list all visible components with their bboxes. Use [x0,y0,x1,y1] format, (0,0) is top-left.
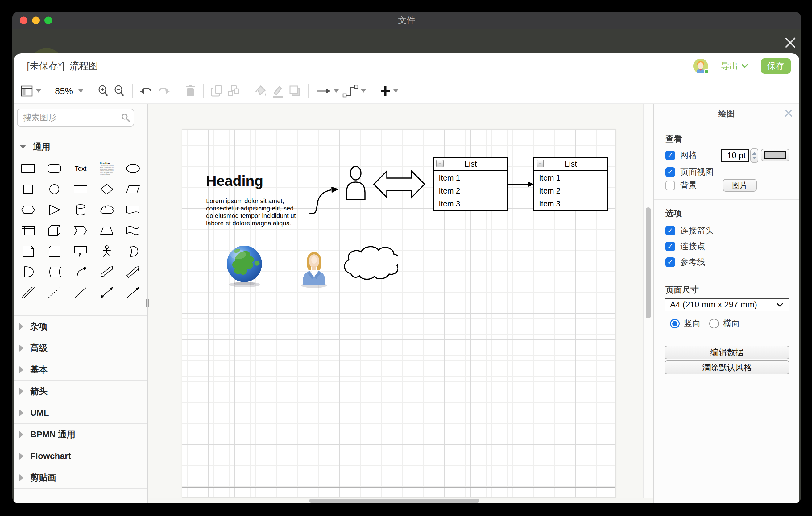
canvas-heading-text[interactable]: Heading [206,172,263,189]
shape-parallelogram[interactable] [120,179,146,199]
to-back-button[interactable] [225,82,242,100]
shape-triangle[interactable] [41,199,67,220]
shape-link[interactable] [15,282,41,303]
page-size-select[interactable]: A4 (210 mm x 297 mm) [665,298,789,311]
shape-note[interactable] [15,241,41,262]
shape-data-storage[interactable] [41,262,67,282]
shape-text[interactable]: Text [67,158,94,179]
sidebar-resize-handle[interactable] [145,296,150,310]
panel-close-icon[interactable] [785,109,792,119]
grid-size-stepper[interactable] [750,148,758,163]
waypoint-style-button[interactable] [341,82,368,100]
sidebar-section-bpmn[interactable]: BPMN 通用 [14,423,147,445]
sidebar-section-clipart[interactable]: 剪贴画 [14,467,147,488]
line-color-button[interactable] [269,82,287,100]
to-front-button[interactable] [208,82,225,100]
shadow-button[interactable] [287,82,303,100]
sidebar-section-flowchart[interactable]: Flowchart [14,445,147,467]
shape-search-input[interactable] [17,109,134,126]
shape-diamond[interactable] [93,179,120,199]
background-checkbox[interactable] [665,181,675,191]
shape-line[interactable] [67,282,94,303]
list-item[interactable]: Item 3 [434,197,507,210]
zoom-in-button[interactable] [95,82,111,100]
redo-button[interactable] [155,82,172,100]
shape-process[interactable] [67,179,94,199]
shape-cylinder[interactable] [67,199,94,220]
page-layout-button[interactable] [19,82,43,100]
canvas-cloud-shape[interactable] [339,242,398,283]
sidebar-section-advanced[interactable]: 高级 [14,337,147,359]
shape-trapezoid[interactable] [93,220,120,241]
grid-size-input[interactable] [721,149,749,162]
list-item[interactable]: Item 2 [434,184,507,197]
maximize-traffic-icon[interactable] [45,17,52,24]
export-button[interactable]: 导出 [721,60,748,72]
connection-style-button[interactable] [314,82,341,100]
shape-square[interactable] [15,179,41,199]
horizontal-scrollbar-thumb[interactable] [309,499,480,503]
connection-arrows-checkbox[interactable]: ✓ [665,226,675,235]
sidebar-section-general[interactable]: 通用 [14,136,147,157]
canvas-curved-arrow[interactable] [308,183,343,216]
list-item[interactable]: Item 3 [534,197,607,210]
shape-circle[interactable] [41,179,67,199]
shape-arrow[interactable] [120,262,146,282]
zoom-level-dropdown[interactable]: 85% [53,82,85,100]
shape-step[interactable] [67,220,94,241]
fill-color-button[interactable] [252,82,269,100]
list-item[interactable]: Item 1 [534,171,607,184]
user-avatar[interactable] [693,59,708,74]
grid-checkbox[interactable]: ✓ [665,151,675,160]
zoom-out-button[interactable] [111,82,127,100]
clear-default-style-button[interactable]: 清除默认风格 [665,361,789,374]
background-image-button[interactable]: 图片 [723,179,757,192]
grid-color-button[interactable] [761,149,789,162]
canvas-connector-arrow[interactable] [508,180,534,188]
shape-directional-connector[interactable] [120,282,146,303]
page-view-checkbox[interactable]: ✓ [665,167,675,177]
collapse-icon[interactable]: − [436,160,444,167]
shape-textbox[interactable]: Heading Lorem ipsum dolor sit amet, cons… [93,158,120,179]
canvas-list-2[interactable]: − List Item 1 Item 2 Item 3 [533,157,608,211]
canvas-woman-clipart[interactable] [299,247,329,288]
undo-button[interactable] [138,82,155,100]
sidebar-section-uml[interactable]: UML [14,402,147,423]
list-item[interactable]: Item 2 [534,184,607,197]
canvas-double-arrow-shape[interactable] [373,165,426,203]
edit-data-button[interactable]: 编辑数据 [665,346,789,359]
diagram-canvas[interactable]: Heading Lorem ipsum dolor sit amet, cons… [148,104,654,503]
shape-tape[interactable] [120,220,146,241]
shape-or[interactable] [120,241,146,262]
minimize-traffic-icon[interactable] [32,17,40,24]
vertical-scrollbar-thumb[interactable] [646,207,651,318]
shape-ellipse[interactable] [120,158,146,179]
shape-actor[interactable] [93,241,120,262]
shape-dotted-line[interactable] [41,282,67,303]
sidebar-section-basic[interactable]: 基本 [14,359,147,380]
shape-bidirectional-connector[interactable] [93,282,120,303]
shape-rounded-rectangle[interactable] [41,158,67,179]
shape-callout[interactable] [67,241,94,262]
canvas-globe-clipart[interactable] [225,245,264,288]
canvas-actor-shape[interactable] [344,165,367,200]
shape-card[interactable] [41,241,67,262]
shape-hexagon[interactable] [15,199,41,220]
shape-document[interactable] [120,199,146,220]
stepper-up-icon[interactable] [752,152,756,154]
titlebar[interactable]: 文件 [12,12,801,29]
sidebar-section-misc[interactable]: 杂项 [14,315,147,337]
collapse-icon[interactable]: − [536,160,544,167]
shape-internal-storage[interactable] [15,220,41,241]
canvas-list-1[interactable]: − List Item 1 Item 2 Item 3 [433,157,508,211]
canvas-paragraph-text[interactable]: Lorem ipsum dolor sit amet, consectetur … [206,197,301,227]
portrait-radio[interactable] [670,319,680,328]
sidebar-section-arrows[interactable]: 箭头 [14,380,147,402]
shape-bidirectional-arrow[interactable] [93,262,120,282]
landscape-radio[interactable] [709,319,719,328]
close-icon[interactable] [784,36,797,49]
insert-button[interactable] [378,82,400,100]
shape-rectangle[interactable] [15,158,41,179]
connection-points-checkbox[interactable]: ✓ [665,242,675,251]
guides-checkbox[interactable]: ✓ [665,257,675,267]
